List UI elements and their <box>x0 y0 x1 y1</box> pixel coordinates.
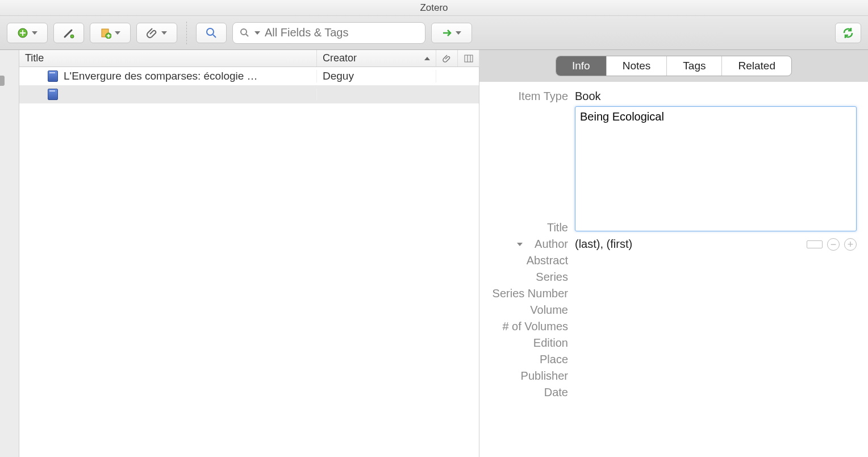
book-icon <box>48 89 58 100</box>
tab-tags[interactable]: Tags <box>667 56 722 76</box>
attach-button[interactable] <box>136 23 177 43</box>
creator-type-label[interactable]: Author <box>479 238 575 251</box>
field-date: Date <box>479 386 857 399</box>
field-label: Series <box>479 271 575 284</box>
field-publisher: Publisher <box>479 369 857 383</box>
sync-button[interactable] <box>835 23 861 43</box>
sort-ascending-icon <box>424 57 430 60</box>
tab-info[interactable]: Info <box>556 56 607 76</box>
main-toolbar <box>0 16 868 50</box>
svg-rect-6 <box>465 55 473 62</box>
field-num-volumes: # of Volumes <box>479 320 857 333</box>
field-label: Series Number <box>479 287 575 300</box>
add-by-identifier-button[interactable] <box>53 23 84 43</box>
item-list-pane: Title Creator L'Envergure des comparses:… <box>19 50 479 457</box>
plus-circle-icon <box>17 27 28 39</box>
svg-point-1 <box>70 35 74 38</box>
field-label: # of Volumes <box>479 320 575 333</box>
chevron-down-icon <box>456 31 461 35</box>
tab-notes[interactable]: Notes <box>607 56 667 76</box>
chevron-down-icon <box>115 31 120 35</box>
main-area: Title Creator L'Envergure des comparses:… <box>0 50 868 457</box>
search-icon <box>240 28 250 38</box>
item-pane-tabs: Info Notes Tags Related <box>556 56 792 76</box>
field-series-number: Series Number <box>479 287 857 300</box>
field-item-type: Item Type Book <box>479 90 857 103</box>
field-title: Title <box>479 106 857 234</box>
title-input[interactable] <box>575 106 857 231</box>
toolbar-separator <box>186 22 187 44</box>
paperclip-icon <box>147 27 158 39</box>
field-label: Abstract <box>479 254 575 267</box>
field-label: Date <box>479 386 575 399</box>
creator-mode-toggle[interactable] <box>807 240 823 248</box>
field-author: Author (last), (first) − + <box>479 238 857 251</box>
field-series: Series <box>479 271 857 284</box>
window-title: Zotero <box>420 2 448 13</box>
field-place: Place <box>479 353 857 366</box>
column-header-row: Title Creator <box>19 50 479 67</box>
column-header-attachment[interactable] <box>436 50 458 67</box>
window-titlebar: Zotero <box>0 0 868 16</box>
new-item-button[interactable] <box>90 23 131 43</box>
field-label: Item Type <box>479 90 575 103</box>
search-box[interactable] <box>232 22 425 44</box>
sync-icon <box>842 27 854 39</box>
item-rows: L'Envergure des comparses: écologie … De… <box>19 67 479 457</box>
item-pane: Info Notes Tags Related Item Type Book T… <box>479 50 868 457</box>
lookup-button[interactable] <box>196 23 227 43</box>
column-picker-button[interactable] <box>458 50 479 67</box>
field-abstract: Abstract <box>479 254 857 267</box>
chevron-down-icon <box>254 31 260 35</box>
item-creator-cell: Deguy <box>317 70 436 82</box>
column-header-creator[interactable]: Creator <box>317 50 436 67</box>
field-label: Volume <box>479 304 575 317</box>
column-header-title[interactable]: Title <box>19 50 317 67</box>
arrow-right-icon <box>442 28 452 38</box>
book-icon <box>48 70 58 82</box>
columns-icon <box>464 54 473 63</box>
page-add-icon <box>100 27 111 39</box>
field-label: Publisher <box>479 369 575 383</box>
add-creator-button[interactable]: + <box>844 238 857 251</box>
collections-strip[interactable] <box>0 50 19 457</box>
item-pane-tabbar: Info Notes Tags Related <box>479 50 868 82</box>
paperclip-icon <box>443 54 452 63</box>
new-collection-button[interactable] <box>7 23 48 43</box>
item-title-cell <box>19 89 317 100</box>
item-title-text: L'Envergure des comparses: écologie … <box>64 70 258 82</box>
field-value-item-type[interactable]: Book <box>575 90 857 103</box>
strip-selection-indicator <box>0 76 5 86</box>
remove-creator-button[interactable]: − <box>827 238 840 251</box>
item-row[interactable]: L'Envergure des comparses: écologie … De… <box>19 67 479 85</box>
svg-point-5 <box>241 29 247 35</box>
creator-name[interactable]: (last), (first) <box>575 238 632 251</box>
field-label: Edition <box>479 336 575 350</box>
svg-point-4 <box>207 28 214 35</box>
item-row[interactable] <box>19 85 479 103</box>
tab-related[interactable]: Related <box>722 56 791 76</box>
field-label: Title <box>479 221 575 234</box>
field-edition: Edition <box>479 336 857 350</box>
field-volume: Volume <box>479 304 857 317</box>
chevron-down-icon <box>32 31 37 35</box>
wand-icon <box>62 27 75 39</box>
search-icon <box>205 27 218 39</box>
search-input[interactable] <box>265 26 418 39</box>
chevron-down-icon <box>161 31 167 35</box>
field-label: Place <box>479 353 575 366</box>
locate-button[interactable] <box>431 23 472 43</box>
item-title-cell: L'Envergure des comparses: écologie … <box>19 70 317 82</box>
info-fields: Item Type Book Title Author (last), (fir… <box>479 82 868 457</box>
